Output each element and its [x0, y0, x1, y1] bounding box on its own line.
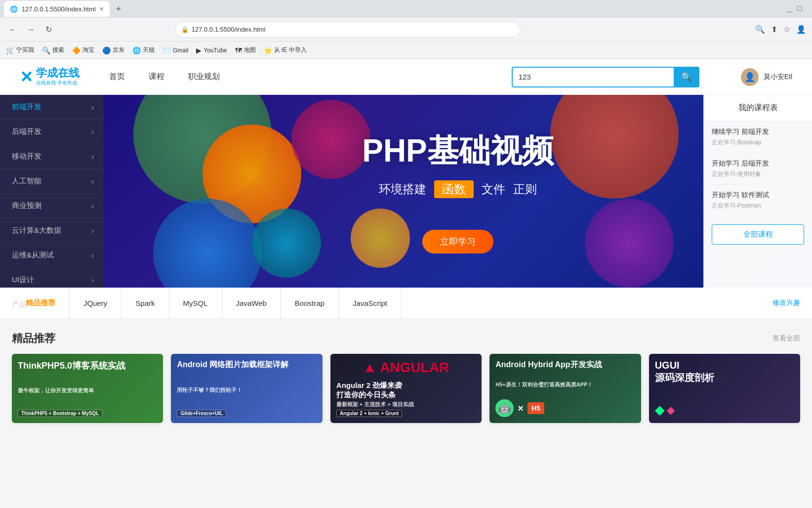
- bookmark-star-icon[interactable]: ☆: [783, 25, 790, 34]
- profile-icon[interactable]: 👤: [796, 25, 806, 34]
- bookmark-icon: 🔵: [102, 46, 111, 54]
- course-card-1[interactable]: ThinkPHP5.0博客系统实战 最牛框架，让你开发变得更简单 ThinkPH…: [12, 354, 163, 423]
- bookmark-天猫[interactable]: 🌐天猫: [132, 46, 155, 54]
- window-controls: ＿ □: [785, 4, 808, 14]
- course-card-2[interactable]: Android 网络图片加载框架详解 用轮子不够？我们拆轮子！ Glide+Fr…: [171, 354, 322, 423]
- bookmark-label: 搜索: [52, 46, 64, 54]
- avatar-image: 👤: [744, 72, 755, 83]
- bookmark-从 IE 中导入[interactable]: ⭐从 IE 中导入: [264, 46, 307, 54]
- reload-button[interactable]: ↻: [41, 23, 55, 37]
- back-button[interactable]: ←: [6, 23, 20, 37]
- bookmark-label: 京东: [113, 46, 124, 54]
- course-panel-title: 我的课程表: [704, 95, 812, 122]
- tag-mysql[interactable]: MySQL: [169, 288, 222, 318]
- avatar[interactable]: 👤: [741, 68, 759, 86]
- bookmark-icon: ✉️: [162, 46, 171, 54]
- left-nav-item-cloud[interactable]: 云计算&大数据 ›: [0, 218, 104, 243]
- left-nav-item-ui[interactable]: UI设计 ›: [0, 268, 104, 293]
- deco-circle-red: [550, 95, 679, 199]
- tag-spark[interactable]: Spark: [122, 288, 169, 318]
- bookmark-icon: 🔍: [42, 46, 50, 54]
- badge: ThinkPHP5 + Bootstrap + MySQL: [18, 410, 102, 417]
- course-card-4-title: Android Hybrid App开发实战: [495, 360, 635, 370]
- bookmark-YouTube[interactable]: ▶YouTube: [196, 46, 227, 54]
- forward-button[interactable]: →: [24, 23, 38, 37]
- course-item-3[interactable]: 开始学习 软件测试 正在学习-Postman: [704, 185, 812, 216]
- share-icon[interactable]: ⬆: [771, 25, 777, 34]
- search-icon: 🔍: [681, 72, 692, 83]
- logo-sub-text: 在线有我·学有所成: [36, 80, 80, 86]
- tab-close-button[interactable]: ×: [100, 5, 104, 13]
- modify-interests-button[interactable]: 修改兴趣: [772, 298, 800, 307]
- all-courses-button[interactable]: 全部课程: [712, 224, 804, 245]
- bookmark-淘宝[interactable]: 🔶淘宝: [72, 46, 94, 54]
- course-card-3[interactable]: ▲ ANGULAR Angular 2 劲爆来袭打造你的今日头条 最新框架 + …: [330, 354, 482, 423]
- nav-home[interactable]: 首页: [109, 72, 125, 82]
- logo-area[interactable]: ✕ 学成在线 在线有我·学有所成: [20, 68, 80, 86]
- course-card-3-title: Angular 2 劲爆来袭打造你的今日头条: [336, 381, 476, 400]
- tag-javascript[interactable]: JavaScript: [339, 288, 402, 318]
- bookmark-地图[interactable]: 🗺地图: [235, 46, 256, 54]
- h5-badge: H5: [528, 402, 544, 414]
- toolbar-icons: 🔍 ⬆ ☆ 👤: [755, 25, 806, 34]
- course-item-2-sub: 正在学习-使用对象: [712, 170, 804, 178]
- times-icon: ×: [518, 403, 524, 414]
- left-nav-label: 移动开发: [12, 152, 41, 161]
- course-card-3-content: ▲ ANGULAR Angular 2 劲爆来袭打造你的今日头条 最新框架 + …: [330, 354, 482, 423]
- course-card-1-title: ThinkPHP5.0博客系统实战: [18, 360, 157, 372]
- left-nav-item-mobile[interactable]: 移动开发 ›: [0, 144, 104, 169]
- bookmark-宁买我[interactable]: 🛒宁买我: [6, 46, 34, 54]
- search-button[interactable]: 🔍: [674, 67, 699, 87]
- bookmark-京东[interactable]: 🔵京东: [102, 46, 124, 54]
- deco-circle-pink: [291, 100, 370, 179]
- tab-bar: 🌐 127.0.0.1:5500/index.html × + ＿ □: [0, 0, 812, 18]
- left-nav-item-product[interactable]: 产品 ›: [0, 293, 104, 317]
- logo-main-text: 学成在线: [36, 68, 80, 79]
- minimize-button[interactable]: ＿: [785, 4, 793, 14]
- course-card-3-subtitle: 最新框架 + 主流技术 + 项目实战: [336, 401, 476, 408]
- left-nav-item-ai[interactable]: 人工智能 ›: [0, 169, 104, 194]
- course-card-1-subtitle: 最牛框架，让你开发变得更简单: [18, 387, 157, 394]
- new-tab-button[interactable]: +: [112, 2, 125, 16]
- bookmark-icon: 🔶: [72, 46, 81, 54]
- deco-circle-cyan: [252, 209, 321, 278]
- course-card-3-badges: Angular 2 + Ionic + Grunt: [336, 410, 476, 417]
- browser-chrome: 🌐 127.0.0.1:5500/index.html × + ＿ □ ← → …: [0, 0, 812, 59]
- nav-career[interactable]: 职业规划: [188, 72, 220, 82]
- bookmark-Gmail[interactable]: ✉️Gmail: [162, 46, 188, 54]
- course-card-1-image: ThinkPHP5.0博客系统实战 最牛框架，让你开发变得更简单 ThinkPH…: [12, 354, 163, 423]
- chevron-right-icon: ›: [91, 276, 94, 284]
- course-item-1[interactable]: 继续学习 前端开发 正在学习-Boostrap: [704, 122, 812, 153]
- view-all-button[interactable]: 查看全部: [772, 334, 800, 343]
- hero-subtitle-3: 文件: [482, 181, 505, 197]
- tab-title: 127.0.0.1:5500/index.html: [22, 5, 96, 13]
- nav-courses[interactable]: 课程: [149, 72, 164, 82]
- tag-bootstrap[interactable]: Boostrap: [281, 288, 339, 318]
- tag-javaweb[interactable]: JavaWeb: [222, 288, 281, 318]
- maximize-button[interactable]: □: [797, 4, 802, 14]
- site-header: ✕ 学成在线 在线有我·学有所成 首页 课程 职业规划 🔍 👤 莫小安Etl: [0, 59, 812, 95]
- learn-now-button[interactable]: 立即学习: [422, 230, 493, 254]
- bookmark-icon: 🗺: [235, 46, 242, 54]
- angular-logo: ▲ ANGULAR: [336, 360, 476, 376]
- search-input[interactable]: [512, 67, 674, 87]
- left-nav-item-business[interactable]: 商业预测 ›: [0, 194, 104, 218]
- hero-section: 前端开发 › 后端开发 › 移动开发 › 人工智能 › 商业预测 › 云计算&大…: [0, 95, 812, 288]
- chevron-right-icon: ›: [91, 153, 94, 161]
- address-bar[interactable]: 🔒 127.0.0.1:5500/index.html: [175, 22, 521, 38]
- cards-row: ThinkPHP5.0博客系统实战 最牛框架，让你开发变得更简单 ThinkPH…: [0, 354, 812, 435]
- bookmark-label: 地图: [244, 46, 256, 54]
- course-card-4[interactable]: Android Hybrid App开发实战 H5+原生！双剑合璧打造高效高质A…: [489, 354, 641, 423]
- course-item-2[interactable]: 开始学习 后端开发 正在学习-使用对象: [704, 153, 812, 185]
- left-nav-item-frontend[interactable]: 前端开发 ›: [0, 95, 104, 120]
- course-card-1-badges: ThinkPHP5 + Bootstrap + MySQL: [18, 410, 157, 417]
- course-item-2-title: 开始学习 后端开发: [712, 159, 804, 168]
- bookmark-搜索[interactable]: 🔍搜索: [42, 46, 64, 54]
- active-tab[interactable]: 🌐 127.0.0.1:5500/index.html ×: [4, 1, 110, 17]
- recommended-section: 精品推荐 查看全部 ThinkPHP5.0博客系统实战 最牛框架，让你开发变得更…: [0, 319, 812, 435]
- left-nav-label: 前端开发: [12, 102, 41, 112]
- course-card-5[interactable]: UGUI源码深度剖析 ◆ ◈: [649, 354, 800, 423]
- left-nav-item-backend[interactable]: 后端开发 ›: [0, 120, 104, 144]
- left-nav-item-devops[interactable]: 运维&从测试 ›: [0, 243, 104, 268]
- browser-search-icon[interactable]: 🔍: [755, 25, 765, 34]
